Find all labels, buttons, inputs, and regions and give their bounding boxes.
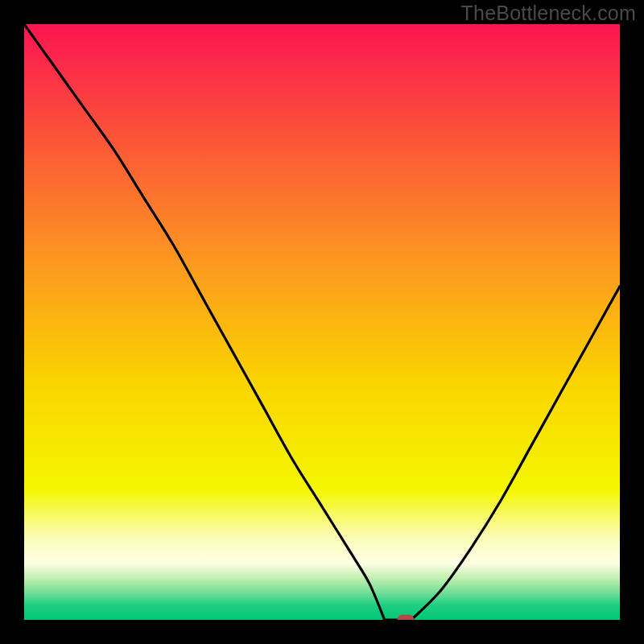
optimal-point-marker [397, 615, 414, 621]
watermark-text: TheBottleneck.com [461, 2, 636, 25]
plot-area [24, 24, 620, 620]
bottleneck-curve [24, 24, 620, 620]
chart-frame: TheBottleneck.com [0, 0, 644, 644]
